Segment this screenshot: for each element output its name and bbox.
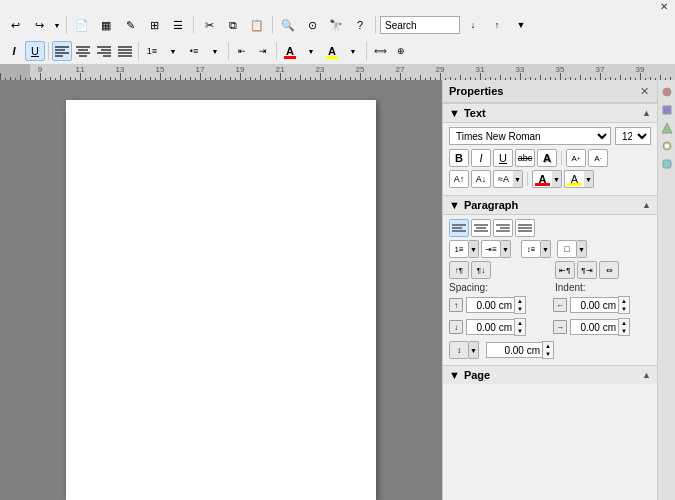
spacing-below-row: ↓ ▲ ▼ <box>449 318 547 336</box>
fmt-italic[interactable]: I <box>4 41 24 61</box>
panel-close-btn[interactable]: ✕ <box>637 84 651 98</box>
tb-dropdown-arrow[interactable]: ▼ <box>52 15 62 35</box>
indent-extra-btn[interactable]: ⇔ <box>599 261 619 279</box>
text-shadow-btn[interactable]: A <box>537 149 557 167</box>
para-num-list-dd[interactable]: ▼ <box>469 240 479 258</box>
tb-copy[interactable]: ⧉ <box>222 15 244 35</box>
fmt-bul-list-arrow[interactable]: ▼ <box>205 41 225 61</box>
text-bold-btn[interactable]: B <box>449 149 469 167</box>
side-icon-2[interactable] <box>659 102 675 118</box>
para-justify[interactable] <box>515 219 535 237</box>
fmt-highlight[interactable]: A <box>322 41 342 61</box>
side-icon-4[interactable] <box>659 138 675 154</box>
above-input[interactable] <box>466 297 514 313</box>
fmt-num-list[interactable]: 1≡ <box>142 41 162 61</box>
fmt-align-right[interactable] <box>94 41 114 61</box>
fmt-align-left[interactable] <box>52 41 72 61</box>
search-input[interactable] <box>380 16 460 34</box>
tb-list[interactable]: ☰ <box>167 15 189 35</box>
text-font-shrink-btn[interactable]: A↓ <box>471 170 491 188</box>
fmt-highlight-arrow[interactable]: ▼ <box>343 41 363 61</box>
text-section-header[interactable]: ▼ Text ▲ <box>443 103 657 123</box>
font-family-select[interactable]: Times New Roman Arial Helvetica <box>449 127 611 145</box>
para-align-left[interactable] <box>449 219 469 237</box>
below-up[interactable]: ▲ <box>515 319 525 327</box>
tb-new[interactable]: 📄 <box>71 15 93 35</box>
fmt-indent[interactable]: ⇥ <box>253 41 273 61</box>
text-subscript-btn[interactable]: A- <box>588 149 608 167</box>
indent-before-btn[interactable]: ⇤¶ <box>555 261 575 279</box>
text-italic-btn[interactable]: I <box>471 149 491 167</box>
line-up[interactable]: ▲ <box>543 342 553 350</box>
text-superscript-btn[interactable]: A+ <box>566 149 586 167</box>
fmt-num-list-arrow[interactable]: ▼ <box>163 41 183 61</box>
highlight-color-btn[interactable]: A <box>564 170 584 188</box>
spacing-above-btn[interactable]: ↑¶ <box>449 261 469 279</box>
highlight-color-dropdown[interactable]: ▼ <box>584 170 594 188</box>
para-indent-list-dd[interactable]: ▼ <box>501 240 511 258</box>
para-indent-list[interactable]: ⇥≡ <box>481 240 501 258</box>
side-icon-5[interactable] <box>659 156 675 172</box>
below-input[interactable] <box>466 319 514 335</box>
line-spacing-icon[interactable]: ↕ <box>449 341 469 359</box>
para-num-list[interactable]: 1≡ <box>449 240 469 258</box>
tb-edit[interactable]: ✎ <box>119 15 141 35</box>
para-line-spacing-dd[interactable]: ▼ <box>541 240 551 258</box>
tb-cut[interactable]: ✂ <box>198 15 220 35</box>
before-down[interactable]: ▼ <box>619 305 629 313</box>
line-down[interactable]: ▼ <box>543 350 553 358</box>
para-line-spacing[interactable]: ↕≡ <box>521 240 541 258</box>
fmt-align-center[interactable] <box>73 41 93 61</box>
fmt-font-color-arrow[interactable]: ▼ <box>301 41 321 61</box>
font-color-dropdown[interactable]: ▼ <box>552 170 562 188</box>
para-align-right[interactable] <box>493 219 513 237</box>
spacing-below-btn[interactable]: ¶↓ <box>471 261 491 279</box>
after-up[interactable]: ▲ <box>619 319 629 327</box>
fmt-underline[interactable]: U <box>25 41 45 61</box>
side-icon-1[interactable] <box>659 84 675 100</box>
tb-find[interactable]: 🔍 <box>277 15 299 35</box>
fmt-char-spacing[interactable]: ⟺ <box>370 41 390 61</box>
tb-search-down[interactable]: ↓ <box>462 15 484 35</box>
indent-after-btn[interactable]: ¶⇥ <box>577 261 597 279</box>
tb-table[interactable]: ⊞ <box>143 15 165 35</box>
tb-search-opts[interactable]: ▼ <box>510 15 532 35</box>
tb-help[interactable]: ? <box>349 15 371 35</box>
above-up[interactable]: ▲ <box>515 297 525 305</box>
tb-redo[interactable]: ↪ <box>28 15 50 35</box>
after-down[interactable]: ▼ <box>619 327 629 335</box>
para-border-dd[interactable]: ▼ <box>577 240 587 258</box>
tb-paste[interactable]: 📋 <box>246 15 268 35</box>
fmt-more[interactable]: ⊕ <box>391 41 411 61</box>
before-up[interactable]: ▲ <box>619 297 629 305</box>
tb-binoculars[interactable]: 🔭 <box>325 15 347 35</box>
page-section-header[interactable]: ▼ Page ▲ <box>443 365 657 384</box>
line-input[interactable] <box>486 342 542 358</box>
side-icon-3[interactable] <box>659 120 675 136</box>
text-strikethrough-btn[interactable]: abc <box>515 149 535 167</box>
above-down[interactable]: ▼ <box>515 305 525 313</box>
window-close-btn[interactable]: ✕ <box>657 0 671 13</box>
fmt-font-color[interactable]: A <box>280 41 300 61</box>
tb-grid[interactable]: ▦ <box>95 15 117 35</box>
fmt-outdent[interactable]: ⇤ <box>232 41 252 61</box>
text-font-grow-btn[interactable]: A↑ <box>449 170 469 188</box>
fmt-justify[interactable] <box>115 41 135 61</box>
below-down[interactable]: ▼ <box>515 327 525 335</box>
tb-undo[interactable]: ↩ <box>4 15 26 35</box>
paragraph-section-header[interactable]: ▼ Paragraph ▲ <box>443 195 657 215</box>
font-size-select[interactable]: 12 10 14 <box>615 127 651 145</box>
para-border[interactable]: □ <box>557 240 577 258</box>
before-input[interactable] <box>570 297 618 313</box>
text-underline-btn[interactable]: U <box>493 149 513 167</box>
tb-zoom[interactable]: ⊙ <box>301 15 323 35</box>
font-color-btn[interactable]: A <box>532 170 552 188</box>
tb-search-up[interactable]: ↑ <box>486 15 508 35</box>
char-spacing-dropdown[interactable]: ▼ <box>513 170 523 188</box>
fmt-bul-list[interactable]: •≡ <box>184 41 204 61</box>
char-spacing-btn[interactable]: ≈A <box>493 170 513 188</box>
after-input[interactable] <box>570 319 618 335</box>
doc-area[interactable] <box>0 80 442 500</box>
line-spacing-icon-dd[interactable]: ▼ <box>469 341 479 359</box>
para-align-center[interactable] <box>471 219 491 237</box>
